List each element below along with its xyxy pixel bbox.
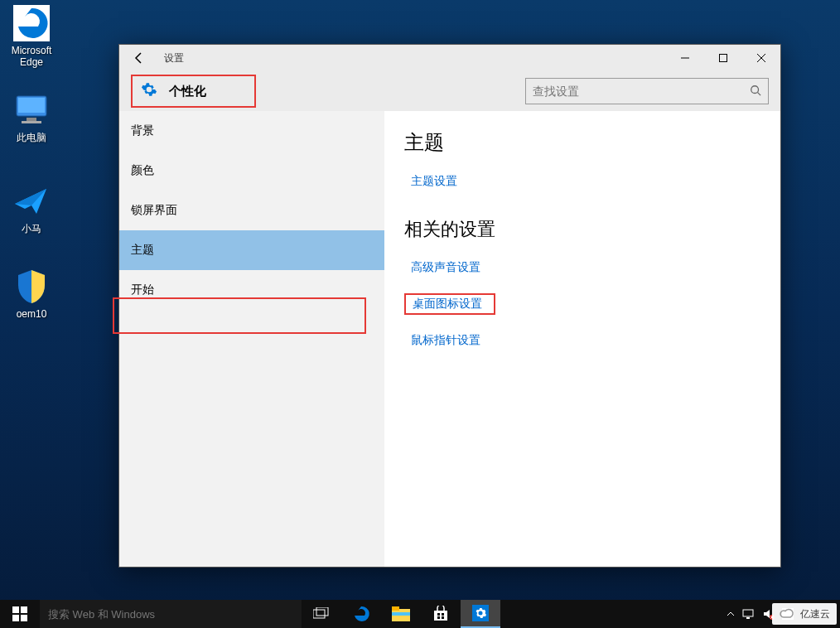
svg-rect-16 [316,607,328,616]
category-header: 个性化 [131,75,256,108]
search-input[interactable] [533,85,750,98]
nav-label: 颜色 [131,163,154,178]
desktop-icon-xiaoma[interactable]: 小马 [0,181,63,236]
taskbar-search-input[interactable] [48,608,293,621]
category-label: 个性化 [169,84,206,99]
nav-label: 锁屏界面 [131,203,177,218]
svg-rect-11 [12,606,19,613]
watermark: 亿速云 [772,603,837,625]
svg-rect-2 [18,98,45,113]
task-view-button[interactable] [302,600,341,628]
nav-start[interactable]: 开始 [119,270,384,310]
header-row: 个性化 [119,71,780,111]
svg-line-10 [758,92,761,95]
paper-plane-icon [12,181,51,220]
svg-rect-20 [434,611,447,621]
svg-rect-12 [21,606,27,613]
svg-point-9 [751,85,759,93]
link-desktop-icon-settings[interactable]: 桌面图标设置 [404,293,495,315]
start-button[interactable] [0,600,40,628]
svg-rect-21 [437,613,440,616]
desktop-icon-label: Microsoft Edge [0,45,63,68]
taskbar: 23:06 [0,600,840,628]
content-pane: 主题 主题设置 相关的设置 高级声音设置 桌面图标设置 鼠标指针设置 [384,111,780,567]
app-title: 设置 [159,51,184,65]
taskbar-store[interactable] [421,600,461,628]
svg-rect-19 [392,612,410,616]
nav-themes[interactable]: 主题 [119,230,384,270]
search-icon [750,85,761,99]
taskbar-file-explorer[interactable] [381,600,421,628]
search-box[interactable] [525,78,769,104]
link-mouse-pointer[interactable]: 鼠标指针设置 [404,330,487,351]
shield-icon [12,267,51,307]
heading-related: 相关的设置 [404,217,760,242]
edge-icon [12,3,51,43]
svg-rect-27 [746,617,750,619]
desktop-icon-label: oem10 [0,308,63,320]
gear-icon [141,81,157,101]
taskbar-edge[interactable] [341,600,381,628]
heading-theme: 主题 [404,129,760,156]
svg-rect-18 [392,606,399,611]
svg-rect-6 [720,55,727,62]
close-button[interactable] [742,45,780,71]
link-theme-settings[interactable]: 主题设置 [404,171,464,192]
svg-rect-15 [313,610,325,618]
desktop-icon-oem10[interactable]: oem10 [0,267,63,320]
back-button[interactable] [119,45,159,71]
taskbar-settings[interactable] [461,600,500,628]
sidebar: 背景 颜色 锁屏界面 主题 开始 [119,111,384,567]
desktop-icon-label: 小马 [0,222,63,236]
svg-rect-24 [442,616,444,619]
nav-label: 主题 [131,243,154,258]
svg-rect-3 [27,118,36,121]
nav-background[interactable]: 背景 [119,111,384,151]
nav-lockscreen[interactable]: 锁屏界面 [119,191,384,230]
nav-colors[interactable]: 颜色 [119,151,384,191]
nav-label: 背景 [131,123,154,138]
desktop-icon-label: 此电脑 [0,131,63,145]
maximize-button[interactable] [704,45,742,71]
svg-rect-14 [21,615,27,621]
link-advanced-sound[interactable]: 高级声音设置 [404,257,487,278]
svg-rect-22 [442,613,444,616]
titlebar: 设置 [119,45,780,71]
tray-chevron-up-icon[interactable] [726,609,736,619]
desktop-icon-this-pc[interactable]: 此电脑 [0,89,63,145]
nav-label: 开始 [131,283,154,297]
svg-rect-23 [437,616,440,619]
taskbar-search[interactable] [40,600,302,628]
svg-rect-26 [743,610,753,616]
svg-rect-13 [12,615,19,621]
minimize-button[interactable] [666,45,704,71]
settings-window: 设置 个性化 背景 颜色 锁屏界面 主题 开始 [118,44,781,568]
tray-network-icon[interactable] [742,608,756,620]
svg-rect-4 [22,121,41,123]
computer-icon [12,89,51,129]
watermark-text: 亿速云 [800,607,830,621]
svg-rect-25 [472,605,489,621]
desktop-icon-edge[interactable]: Microsoft Edge [0,3,63,68]
